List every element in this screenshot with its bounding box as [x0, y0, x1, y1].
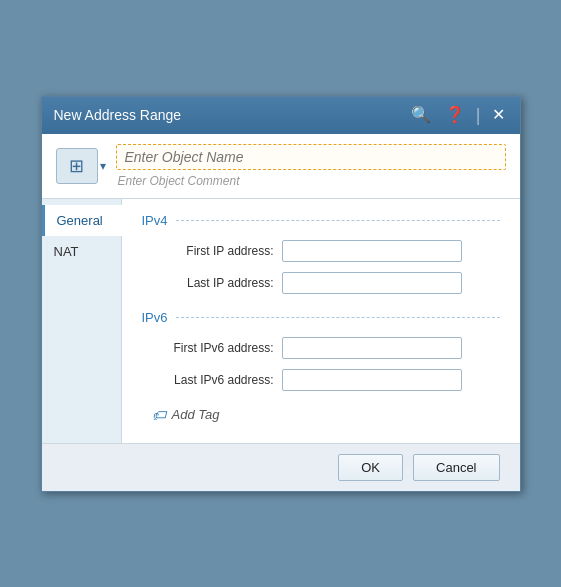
- add-tag-button[interactable]: 🏷 Add Tag: [142, 407, 500, 423]
- first-ipv6-label: First IPv6 address:: [152, 341, 282, 355]
- last-ip-input[interactable]: [282, 272, 462, 294]
- object-icon-badge: ⊞: [56, 148, 98, 184]
- title-bar: New Address Range 🔍 ❓ | ✕: [42, 97, 520, 134]
- first-ip-input[interactable]: [282, 240, 462, 262]
- separator: |: [476, 105, 481, 126]
- dialog: New Address Range 🔍 ❓ | ✕ ⊞ ▾ Enter Obje…: [41, 96, 521, 492]
- close-icon[interactable]: ✕: [489, 107, 508, 123]
- last-ipv6-input[interactable]: [282, 369, 462, 391]
- icon-dropdown-arrow[interactable]: ▾: [100, 159, 106, 173]
- ipv4-section-header: IPv4: [142, 213, 500, 228]
- object-name-input[interactable]: [116, 144, 506, 170]
- title-bar-left: New Address Range: [54, 107, 182, 123]
- last-ipv6-row: Last IPv6 address:: [142, 369, 500, 391]
- body-area: General NAT IPv4 First IP address: Last …: [42, 199, 520, 443]
- grid-icon: ⊞: [69, 155, 84, 177]
- sidebar: General NAT: [42, 199, 122, 443]
- sidebar-item-general[interactable]: General: [42, 205, 122, 236]
- header-fields: Enter Object Comment: [116, 144, 506, 188]
- dialog-title: New Address Range: [54, 107, 182, 123]
- object-comment-placeholder: Enter Object Comment: [116, 174, 506, 188]
- title-icons: 🔍 ❓ | ✕: [408, 105, 508, 126]
- first-ip-label: First IP address:: [152, 244, 282, 258]
- cancel-button[interactable]: Cancel: [413, 454, 499, 481]
- main-content: IPv4 First IP address: Last IP address: …: [122, 199, 520, 443]
- footer: OK Cancel: [42, 443, 520, 491]
- ipv6-section-header: IPv6: [142, 310, 500, 325]
- first-ip-row: First IP address:: [142, 240, 500, 262]
- first-ipv6-row: First IPv6 address:: [142, 337, 500, 359]
- header-area: ⊞ ▾ Enter Object Comment: [42, 134, 520, 199]
- help-icon[interactable]: ❓: [442, 107, 468, 123]
- add-tag-label: Add Tag: [172, 407, 220, 422]
- last-ip-row: Last IP address:: [142, 272, 500, 294]
- search-icon[interactable]: 🔍: [408, 107, 434, 123]
- tag-icon: 🏷: [152, 407, 166, 423]
- ok-button[interactable]: OK: [338, 454, 403, 481]
- last-ip-label: Last IP address:: [152, 276, 282, 290]
- last-ipv6-label: Last IPv6 address:: [152, 373, 282, 387]
- sidebar-item-nat[interactable]: NAT: [42, 236, 121, 267]
- first-ipv6-input[interactable]: [282, 337, 462, 359]
